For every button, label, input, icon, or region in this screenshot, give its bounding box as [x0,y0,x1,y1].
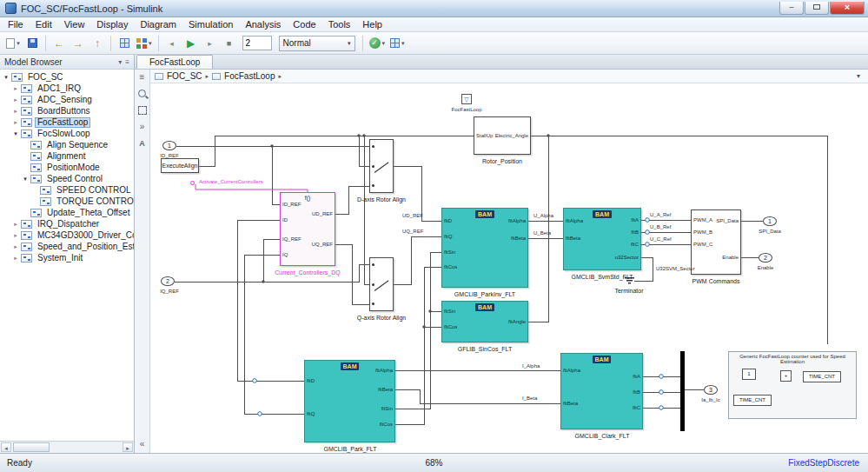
model-browser-button[interactable] [116,35,133,52]
block-time-cnt-read[interactable]: TIME_CNT [733,395,772,406]
browser-hscrollbar[interactable]: ◂ ▸ [0,441,134,453]
tree-item-focfastloop[interactable]: ▸FocFastLoop [0,116,134,128]
tree-item-speed-control[interactable]: ▾Speed Control [0,173,134,184]
expand-icon[interactable]: ▸ [11,119,20,126]
tree-item-update-theta-offset[interactable]: ▸Update_Theta_Offset [0,207,134,218]
tree-item-boardbuttons[interactable]: ▸BoardButtons [0,105,134,116]
tree-item-irq-dispatcher[interactable]: ▸IRQ_Dispatcher [0,218,134,229]
block-rotor-position[interactable]: StallUp Electric_Angle [474,116,531,155]
stop-time-input[interactable] [242,36,272,50]
breadcrumb-foc-sc[interactable]: FOC_SC [167,71,202,81]
diagram-canvas[interactable]: 1 ID_REF 2 IQ_REF 3 Ia_Ib_Ic 1 SPI_Data … [150,83,868,453]
breadcrumb-focfastloop[interactable]: FocFastLoop [224,71,275,81]
block-execute-align[interactable]: ExecuteAlign [161,158,199,173]
port-label: IQ_REF [282,236,301,243]
tab-focfastloop[interactable]: FocFastLoop [136,55,213,69]
expand-icon[interactable]: ▾ [21,176,30,183]
menu-edit[interactable]: Edit [30,18,58,30]
block-time-cnt-write[interactable]: TIME_CNT [803,371,841,382]
browser-menu-icon[interactable]: ▾ [118,58,122,66]
menu-file[interactable]: File [2,18,30,30]
expand-icon[interactable]: ▸ [11,85,20,92]
menu-simulation[interactable]: Simulation [182,18,239,30]
block-q-axis-switch[interactable] [369,257,394,311]
expand-icon[interactable]: ▾ [2,74,10,81]
zoom-icon[interactable] [136,88,149,100]
tree-item-alignment[interactable]: ▸Alignment [0,150,134,162]
stop-button[interactable]: ■ [221,35,238,52]
block-gflib-sincos-flt[interactable]: BAM fltSin fltCos fltAngle [441,301,528,342]
block-constant-1[interactable]: 1 [742,369,756,380]
library-browser-button[interactable]: ▾ [135,35,154,52]
browser-options-icon[interactable]: ≡ [125,58,129,66]
inport-2[interactable]: 2 [161,276,175,286]
menu-diagram[interactable]: Diagram [134,18,182,30]
trigger-port-icon[interactable]: ▽ [461,94,472,104]
scrollbar-thumb[interactable] [13,442,50,452]
tree-item-mc34gd3000[interactable]: ▸MC34GD3000_Driver_Configuration [0,229,134,241]
block-gmclib-clark-flt[interactable]: BAM fltA fltB fltC fltAlpha fltBeta [560,353,643,429]
tree-item-positionmode[interactable]: ▸PositionMode [0,162,134,173]
update-diagram-button[interactable]: ✓▾ [368,35,388,52]
maximize-button[interactable] [805,2,829,15]
expand-icon[interactable]: ▸ [11,108,20,115]
block-terminator[interactable] [624,277,634,284]
breadcrumb-dropdown-icon[interactable]: ▾ [857,72,864,80]
simulation-mode-select[interactable]: Normal▾ [279,36,355,51]
expand-icon[interactable]: ▾ [11,130,20,137]
outport-spi[interactable]: 1 [763,216,777,226]
menu-view[interactable]: View [58,18,91,30]
step-back-button[interactable]: ◂ [163,35,181,52]
menu-analysis[interactable]: Analysis [239,18,287,30]
menu-code[interactable]: Code [287,18,321,30]
speed-counter-area[interactable]: Generic FocFastLoop counter used for Spe… [728,351,857,419]
block-d-axis-switch[interactable] [369,139,394,193]
collapse-palette-icon[interactable]: « [136,438,149,450]
block-demux[interactable] [680,351,685,431]
block-pwm-commands[interactable]: PWM_A PWM_B PWM_C SPI_Data Enable [691,209,741,275]
expand-icon[interactable]: ▸ [11,255,20,262]
back-button[interactable]: ← [50,35,68,52]
save-button[interactable] [23,35,41,52]
fit-view-icon[interactable] [136,104,149,116]
forward-button[interactable]: → [70,35,87,52]
tree-item-focslowloop[interactable]: ▾FocSlowLoop [0,128,134,139]
port-label: fltCos [444,264,457,270]
enable-port-icon[interactable] [190,181,195,185]
block-gmclib-parkinv-flt[interactable]: BAM fltD fltQ fltSin fltCos fltAlpha flt… [441,208,528,288]
block-gmclib-svmstd-flt[interactable]: BAM fltAlpha fltBeta fltA fltB fltC u32S… [563,208,641,270]
block-current-controllers-dq[interactable]: f() ID_REF ID IQ_REF IQ UD_REF UQ_REF [280,192,335,266]
scroll-right-icon[interactable]: ▸ [123,442,133,452]
menu-display[interactable]: Display [90,18,134,30]
outport-enable[interactable]: 2 [759,253,772,263]
tree-item-speed-control-sub[interactable]: ▸SPEED CONTROL [0,184,134,196]
hamburger-icon[interactable]: ≡ [136,71,149,83]
new-model-button[interactable]: ▾ [4,35,22,52]
expand-icon[interactable]: ▸ [11,96,20,103]
up-button[interactable]: ↑ [89,35,106,52]
tree-item-adc1-irq[interactable]: ▸ADC1_IRQ [0,83,134,94]
block-gmclib-park-flt[interactable]: BAM fltAlpha fltBeta fltSin fltCos fltD … [304,360,395,442]
inport-3[interactable]: 3 [704,385,718,395]
tree-item-torque-control[interactable]: ▸TORQUE CONTROL [0,196,134,207]
signal-routing-icon[interactable]: » [136,121,149,133]
inport-1[interactable]: 1 [162,141,176,150]
tree-item-adc-sensing[interactable]: ▸ADC_Sensing [0,94,134,105]
block-sum[interactable]: + [780,370,792,382]
menu-help[interactable]: Help [356,18,388,30]
build-button[interactable]: ▾ [388,35,407,52]
expand-icon[interactable]: ▸ [11,243,20,250]
tree-item-speed-position-estimator[interactable]: ▸Speed_and_Position_Estimator HAL [0,241,134,252]
minimize-button[interactable]: – [779,2,804,15]
scroll-left-icon[interactable]: ◂ [1,442,11,452]
run-button[interactable]: ▶ [182,35,200,52]
tree-item-foc-sc[interactable]: ▾FOC_SC [0,71,134,83]
tree-item-align-sequence[interactable]: ▸Align Sequence [0,139,134,150]
step-forward-button[interactable]: ▸ [202,35,219,52]
close-button[interactable]: × [830,2,865,15]
menu-tools[interactable]: Tools [322,18,357,30]
tree-item-system-init[interactable]: ▸System_Init [0,252,134,263]
expand-icon[interactable]: ▸ [11,232,20,239]
expand-icon[interactable]: ▸ [11,221,20,228]
annotation-icon[interactable]: A [136,137,149,150]
